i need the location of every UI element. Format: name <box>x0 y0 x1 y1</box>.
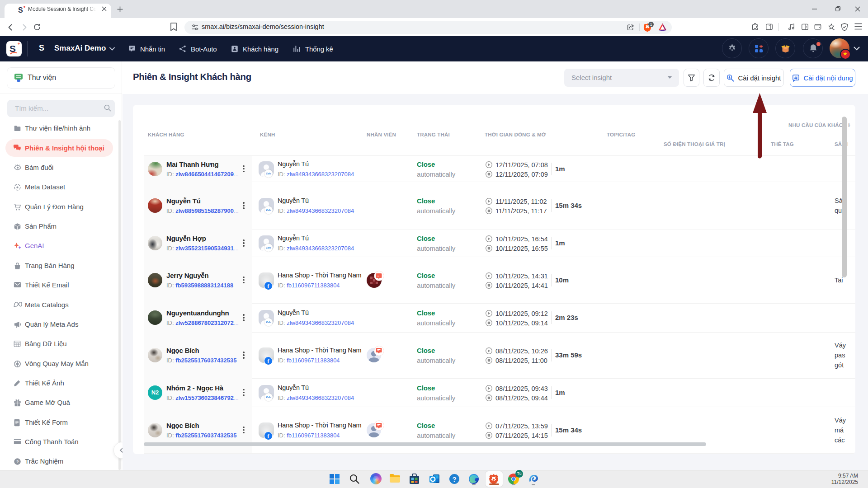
svg-text:?: ? <box>452 475 456 483</box>
svg-text:?: ? <box>16 460 19 464</box>
